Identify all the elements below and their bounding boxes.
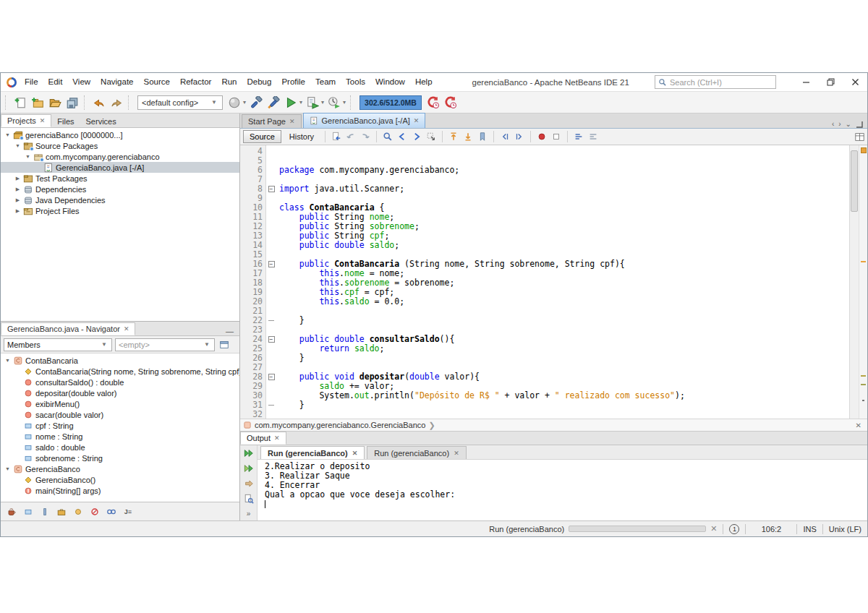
run-button[interactable] — [282, 94, 299, 111]
next-bookmark-icon[interactable] — [461, 130, 475, 143]
tree-item[interactable]: sobrenome : String — [1, 453, 239, 463]
tree-item[interactable]: ▶Java Dependencies — [1, 194, 239, 205]
chevron-down-icon[interactable]: ▾ — [343, 99, 346, 106]
run-tab[interactable]: Run (gerenciaBanco)✕ — [367, 446, 467, 459]
code-line[interactable]: public double saldo; — [279, 241, 849, 250]
record-macro-icon[interactable] — [535, 130, 548, 143]
tree-item[interactable]: depositar(double valor) — [1, 387, 239, 398]
uncomment-icon[interactable] — [587, 130, 600, 143]
code-fold-column[interactable]: −−−− — [266, 145, 276, 419]
menu-window[interactable]: Window — [370, 73, 410, 91]
error-stripe[interactable] — [859, 145, 867, 419]
show-methods-button[interactable] — [71, 505, 85, 519]
fold-marker[interactable]: − — [266, 184, 276, 194]
build-button[interactable] — [247, 94, 265, 111]
config-dropdown[interactable]: <default config>▼ — [137, 95, 223, 110]
tree-item[interactable]: ▶Test Packages — [1, 173, 239, 184]
menu-refactor[interactable]: Refactor — [175, 73, 216, 91]
source-view-button[interactable]: Source — [243, 130, 281, 143]
tree-item[interactable]: ▼GerenciaBanco — [1, 463, 239, 474]
expand-button[interactable]: » — [242, 507, 256, 520]
tab-navigator[interactable]: GerenciaBanco.java - Navigator✕ — [1, 322, 135, 335]
code-line[interactable]: this.saldo = 0.0; — [279, 297, 849, 306]
chevron-down-icon[interactable]: ▾ — [299, 99, 302, 106]
tree-item[interactable]: GerenciaBanco.java [-/A] — [1, 162, 239, 173]
menu-navigate[interactable]: Navigate — [95, 73, 138, 91]
tree-item[interactable]: nome : String — [1, 431, 239, 442]
redo-button[interactable] — [108, 94, 125, 111]
previous-bookmark-icon[interactable] — [447, 130, 460, 143]
menu-profile[interactable]: Profile — [276, 73, 310, 91]
memory-indicator-button[interactable]: 302.6/512.0MB — [359, 95, 422, 110]
last-edit-icon[interactable] — [330, 130, 343, 143]
code-line[interactable]: System.out.println("Depósito de R$ " + v… — [279, 391, 849, 400]
code-text[interactable]: package com.mycompany.gerenciabanco;impo… — [276, 145, 849, 419]
menu-file[interactable]: File — [20, 73, 43, 91]
undo-button[interactable] — [90, 94, 108, 111]
warning-mark[interactable] — [861, 261, 866, 262]
menu-view[interactable]: View — [67, 73, 95, 91]
minimize-button[interactable] — [793, 73, 818, 91]
back-icon[interactable] — [344, 130, 357, 143]
tree-item[interactable]: ▼gerenciaBanco [0000000...] — [1, 129, 239, 140]
tree-item[interactable]: cpf : String — [1, 420, 239, 431]
close-icon[interactable]: ✕ — [289, 118, 295, 125]
tree-item[interactable]: ▼ContaBancaria — [1, 355, 239, 366]
open-report-button[interactable] — [242, 492, 256, 505]
collapse-icon[interactable]: ▼ — [24, 154, 32, 159]
warning-summary-mark[interactable] — [861, 147, 867, 153]
maximize-editor-icon[interactable] — [856, 121, 863, 128]
sort-alpha-button[interactable] — [104, 505, 119, 519]
run-arrow-button[interactable] — [242, 477, 256, 491]
tree-item[interactable]: ▼com.mycompany.gerenciabanco — [1, 151, 239, 162]
show-fields-button[interactable] — [21, 505, 35, 519]
close-icon[interactable]: ✕ — [856, 421, 864, 429]
tab-start-page[interactable]: Start Page✕ — [242, 114, 302, 128]
menu-help[interactable]: Help — [410, 73, 438, 91]
warning-mark[interactable] — [861, 375, 866, 377]
breadcrumb-text[interactable]: com.mycompany.gerenciabanco.GerenciaBanc… — [255, 421, 425, 429]
scrollbar-thumb[interactable] — [851, 150, 858, 212]
rerun-debug-button[interactable] — [242, 462, 256, 476]
open-project-button[interactable] — [46, 94, 64, 111]
warning-mark[interactable] — [861, 384, 866, 385]
close-icon[interactable]: ✕ — [40, 117, 46, 124]
new-project-button[interactable] — [29, 94, 46, 111]
cancel-task-icon[interactable]: ✕ — [710, 524, 717, 533]
scroll-tabs-left-icon[interactable]: ‹ — [832, 120, 834, 128]
rerun-button[interactable] — [242, 447, 256, 460]
forward-icon[interactable] — [359, 130, 372, 143]
tree-item[interactable]: saldo : double — [1, 442, 239, 453]
tab-files[interactable]: Files — [51, 116, 80, 127]
history-view-button[interactable]: History — [283, 130, 320, 143]
fold-marker[interactable]: − — [266, 335, 276, 344]
insert-mode[interactable]: INS — [797, 521, 822, 536]
show-constructors-button[interactable] — [54, 505, 69, 519]
close-icon[interactable]: ✕ — [124, 325, 129, 333]
shift-left-icon[interactable] — [498, 130, 511, 143]
tab-gerenciabanco-java[interactable]: GerenciaBanco.java [-/A]✕ — [303, 113, 426, 128]
collapse-icon[interactable]: ▼ — [4, 466, 12, 471]
save-all-button[interactable] — [64, 94, 81, 111]
editor-scrollbar[interactable] — [849, 145, 859, 419]
scroll-tabs-right-icon[interactable]: › — [838, 120, 841, 128]
chevron-down-icon[interactable]: ▾ — [243, 99, 246, 106]
open-in-window-icon[interactable] — [218, 338, 231, 351]
tree-item[interactable]: GerenciaBanco() — [1, 474, 239, 485]
search-input[interactable]: Search (Ctrl+I) — [655, 75, 776, 89]
tab-output[interactable]: Output✕ — [240, 432, 286, 445]
tree-item[interactable]: ContaBancaria(String nome, String sobren… — [1, 366, 239, 377]
collapse-icon[interactable]: ▼ — [14, 143, 22, 148]
close-icon[interactable]: ✕ — [352, 450, 358, 457]
find-previous-icon[interactable] — [396, 130, 409, 143]
show-static-fields-button[interactable] — [38, 505, 52, 519]
select-in-projects-icon[interactable] — [425, 130, 438, 143]
menu-debug[interactable]: Debug — [242, 73, 276, 91]
close-icon[interactable]: ✕ — [454, 450, 459, 457]
clean-build-button[interactable] — [265, 94, 282, 111]
tree-item[interactable]: exibirMenu() — [1, 398, 239, 409]
split-editor-icon[interactable] — [855, 132, 864, 142]
comment-icon[interactable] — [572, 130, 585, 143]
show-non-public-button[interactable] — [88, 505, 102, 519]
menu-team[interactable]: Team — [310, 73, 341, 91]
